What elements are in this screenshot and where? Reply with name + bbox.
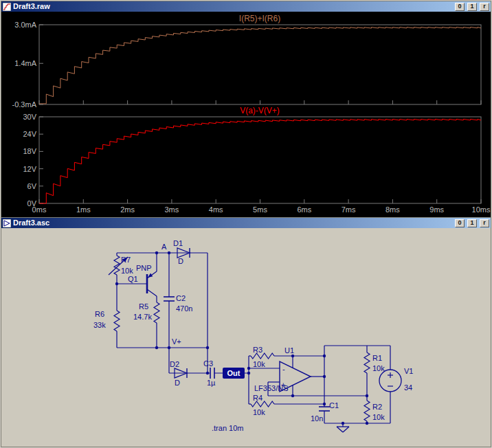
- component-label[interactable]: 470n: [176, 304, 192, 313]
- x-tick-label: 10ms: [472, 205, 491, 214]
- junction-dot: [115, 282, 118, 285]
- x-tick-label: 5ms: [253, 205, 267, 214]
- trace-path[interactable]: [39, 27, 481, 104]
- component-label[interactable]: 33k: [93, 321, 106, 329]
- junction-dot: [366, 394, 368, 397]
- component-label[interactable]: D1: [173, 239, 183, 247]
- junction-dot: [366, 422, 368, 425]
- component-label[interactable]: 34: [404, 383, 412, 392]
- component-label[interactable]: 10k: [253, 408, 265, 416]
- titlebar-asc[interactable]: Draft3.asc 0 1 r: [1, 218, 491, 228]
- maximize-button[interactable]: 1: [467, 219, 477, 227]
- y-tick-label: -0.3mA: [12, 100, 37, 109]
- minimize-button[interactable]: 0: [455, 219, 465, 227]
- component-label[interactable]: R3: [253, 346, 262, 354]
- component-label[interactable]: C1: [329, 401, 339, 410]
- window-title-raw: Draft3.raw: [13, 1, 452, 12]
- net-label-a[interactable]: A: [161, 243, 167, 251]
- component-label[interactable]: U1: [284, 346, 294, 355]
- junction-dot: [323, 403, 326, 405]
- component-label[interactable]: R4: [253, 394, 262, 402]
- component-label[interactable]: R1: [372, 354, 382, 362]
- component-label[interactable]: Q1: [128, 275, 138, 283]
- titlebar-raw[interactable]: Draft3.raw 0 1 r: [1, 1, 491, 12]
- schematic-icon: [3, 219, 11, 227]
- waveform-plot-area[interactable]: I(R5)+I(R6) V(a)-V(V+) 3.0mA1.4mA-0.3mA3…: [1, 12, 491, 217]
- component-label[interactable]: R2: [372, 403, 382, 411]
- component-label[interactable]: 14.7k: [133, 313, 152, 321]
- component-label[interactable]: 10k: [253, 360, 265, 368]
- schematic-drawing[interactable]: R710kPNPQ1R514.7kR633kC2470nD1DD2DC31µR3…: [1, 228, 491, 447]
- resistor-symbol[interactable]: [114, 311, 120, 331]
- x-tick-label: 1ms: [76, 205, 91, 214]
- component-label[interactable]: C2: [176, 294, 186, 302]
- minimize-button[interactable]: 0: [455, 3, 465, 11]
- y-tick-label: 1.4mA: [14, 59, 36, 67]
- junction-dot: [247, 372, 250, 374]
- junction-dot: [323, 355, 326, 357]
- component-label[interactable]: 1µ: [207, 379, 216, 387]
- component-label[interactable]: R6: [95, 310, 104, 318]
- junction-dot: [206, 372, 209, 374]
- plot-pane[interactable]: [39, 25, 481, 104]
- trace2-label[interactable]: V(a)-V(V+): [240, 106, 280, 115]
- component-label[interactable]: R7: [121, 256, 131, 264]
- component-label[interactable]: 10k: [372, 413, 385, 421]
- junction-dot: [168, 346, 170, 349]
- component-label[interactable]: D2: [170, 360, 179, 368]
- x-tick-label: 6ms: [297, 205, 311, 214]
- component-label[interactable]: PNP: [136, 264, 152, 272]
- junction-dot: [323, 375, 326, 378]
- resistor-symbol[interactable]: [251, 353, 274, 359]
- component-label[interactable]: 10k: [372, 364, 385, 372]
- junction-dot: [291, 355, 294, 357]
- junction-dot: [155, 346, 158, 349]
- close-button[interactable]: r: [480, 3, 489, 11]
- component-label[interactable]: D: [175, 379, 180, 387]
- window-title-asc: Draft3.asc: [13, 218, 452, 228]
- net-label-vplus[interactable]: V+: [172, 337, 181, 346]
- x-tick-label: 3ms: [165, 205, 179, 214]
- y-tick-label: 12V: [23, 165, 36, 173]
- window-draft3-raw: Draft3.raw 0 1 r I(R5)+I(R6) V(a)-V(V+) …: [1, 1, 491, 217]
- maximize-button[interactable]: 1: [467, 3, 477, 11]
- trace1-label[interactable]: I(R5)+I(R6): [239, 14, 280, 23]
- close-button[interactable]: r: [480, 219, 489, 227]
- trace-path[interactable]: [39, 119, 481, 203]
- window-draft3-asc: Draft3.asc 0 1 r R710kPNPQ1R514.7kR633kC…: [1, 218, 491, 447]
- y-tick-label: 30V: [23, 113, 36, 121]
- junction-dot: [291, 394, 294, 397]
- y-tick-label: 24V: [23, 130, 36, 138]
- component-label[interactable]: V1: [404, 367, 413, 375]
- resistor-symbol[interactable]: [251, 401, 274, 407]
- component-label[interactable]: +: [281, 381, 285, 389]
- schematic-canvas[interactable]: R710kPNPQ1R514.7kR633kC2470nD1DD2DC31µR3…: [1, 228, 491, 447]
- component-label[interactable]: D: [178, 257, 183, 265]
- plot-panes[interactable]: 3.0mA1.4mA-0.3mA30V24V18V12V6V0V0ms1ms2m…: [12, 21, 491, 214]
- net-flag-out[interactable]: Out: [227, 369, 241, 377]
- resistor-symbol[interactable]: [154, 302, 159, 323]
- spice-directive[interactable]: .tran 10m: [212, 424, 243, 432]
- waveform-icon: [3, 3, 11, 11]
- x-tick-label: 9ms: [429, 205, 444, 214]
- ltspice-workspace: Draft3.raw 0 1 r I(R5)+I(R6) V(a)-V(V+) …: [0, 0, 492, 448]
- junction-dot: [155, 251, 158, 254]
- x-tick-label: 8ms: [385, 205, 400, 214]
- junction-dot: [247, 367, 250, 370]
- resistor-symbol[interactable]: [364, 352, 370, 373]
- component-label[interactable]: -: [282, 365, 285, 373]
- component-label[interactable]: 10n: [311, 414, 323, 423]
- resistor-symbol[interactable]: [364, 401, 370, 421]
- plot-pane[interactable]: [39, 117, 481, 203]
- junction-dot: [168, 251, 170, 254]
- component-label[interactable]: 10k: [121, 267, 133, 275]
- x-tick-label: 7ms: [342, 205, 356, 214]
- y-tick-label: 6V: [27, 182, 37, 190]
- x-tick-label: 2ms: [120, 205, 135, 214]
- component-label[interactable]: R5: [139, 302, 148, 311]
- junction-dot: [342, 422, 344, 425]
- schematic-wires-and-symbols[interactable]: R710kPNPQ1R514.7kR633kC2470nD1DD2DC31µR3…: [93, 239, 413, 432]
- component-label[interactable]: C3: [203, 359, 213, 368]
- waveform-viewer[interactable]: I(R5)+I(R6) V(a)-V(V+) 3.0mA1.4mA-0.3mA3…: [1, 12, 491, 217]
- junction-dot: [206, 346, 209, 349]
